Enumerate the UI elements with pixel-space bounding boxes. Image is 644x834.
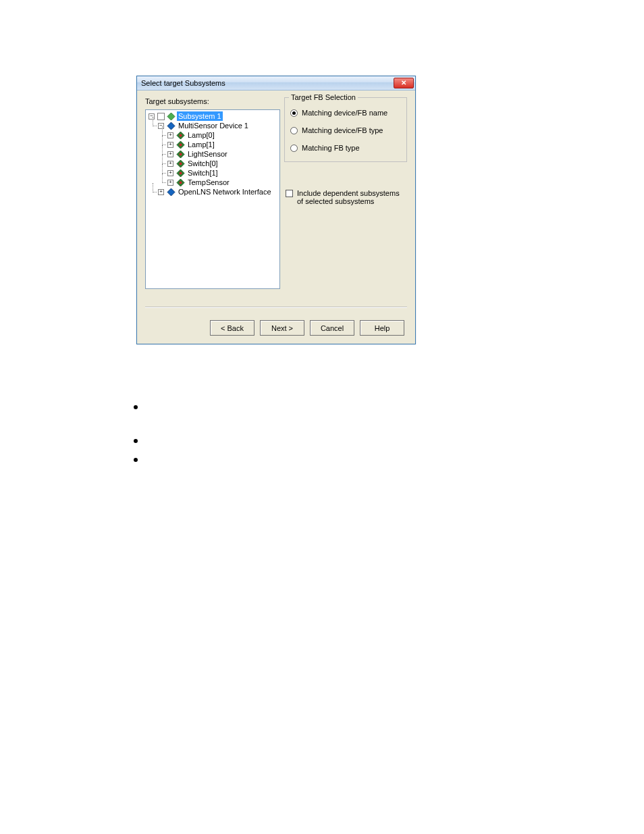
- fb-icon: [176, 131, 185, 140]
- help-button[interactable]: Help: [360, 320, 404, 336]
- titlebar[interactable]: Select target Subsystems ✕: [137, 76, 415, 90]
- tree-node-multisensor[interactable]: − MultiSensor Device 1: [158, 121, 279, 130]
- cancel-button[interactable]: Cancel: [310, 320, 354, 336]
- radio-label: Matching device/FB name: [302, 109, 387, 117]
- fb-icon: [176, 169, 185, 178]
- svg-point-7: [180, 153, 182, 155]
- subsystem-tree[interactable]: − Subsystem 1 −: [145, 109, 280, 289]
- expand-icon[interactable]: +: [167, 142, 173, 148]
- radio-matching-fb-type[interactable]: Matching FB type: [290, 144, 402, 152]
- collapse-icon[interactable]: −: [149, 113, 155, 120]
- groupbox-target-fb-selection: Target FB Selection Matching device/FB n…: [284, 97, 407, 162]
- tree-node-switch1[interactable]: + Switch[1]: [167, 168, 279, 178]
- expand-icon[interactable]: +: [167, 132, 173, 138]
- groupbox-legend: Target FB Selection: [289, 93, 358, 101]
- radio-matching-device-type[interactable]: Matching device/FB type: [290, 126, 402, 134]
- fb-icon: [176, 178, 185, 187]
- svg-point-5: [180, 143, 182, 146]
- tree-label: Switch[1]: [186, 168, 219, 178]
- svg-marker-14: [167, 188, 175, 196]
- next-button[interactable]: Next >: [260, 320, 304, 336]
- expand-icon[interactable]: +: [158, 189, 164, 195]
- expand-icon[interactable]: +: [167, 180, 173, 186]
- dialog-select-target-subsystems: Select target Subsystems ✕ Target subsys…: [136, 76, 416, 344]
- expand-icon[interactable]: +: [167, 170, 173, 176]
- checkbox-icon[interactable]: [286, 190, 293, 197]
- device-icon: [167, 188, 176, 197]
- expand-icon[interactable]: +: [167, 151, 173, 157]
- svg-marker-0: [167, 113, 175, 120]
- fb-icon: [176, 150, 185, 159]
- subsystem-icon: [167, 112, 176, 121]
- page-bullets: [134, 405, 138, 492]
- radio-label: Matching FB type: [302, 144, 360, 152]
- tree-label: TempSensor: [186, 178, 231, 187]
- svg-point-3: [180, 134, 182, 136]
- bullet-icon: [134, 439, 138, 443]
- tree-node-openlns[interactable]: + OpenLNS Network Interface: [158, 187, 279, 197]
- svg-point-11: [180, 172, 182, 174]
- label-target-subsystems: Target subsystems:: [145, 97, 209, 105]
- fb-icon: [176, 140, 185, 149]
- expand-icon[interactable]: +: [167, 161, 173, 167]
- tree-label: Switch[0]: [186, 159, 219, 168]
- radio-icon[interactable]: [290, 145, 298, 152]
- back-button[interactable]: < Back: [210, 320, 254, 336]
- bullet-icon: [134, 405, 138, 409]
- svg-marker-1: [167, 122, 175, 130]
- tree-node-switch0[interactable]: + Switch[0]: [167, 159, 279, 168]
- tree-node-lamp0[interactable]: + Lamp[0]: [167, 130, 279, 140]
- radio-matching-name[interactable]: Matching device/FB name: [290, 109, 402, 117]
- checkbox-label: Include dependent subsystems of selected…: [297, 189, 407, 205]
- tree-node-subsystem-1[interactable]: − Subsystem 1: [149, 111, 279, 121]
- tree-node-lightsensor[interactable]: + LightSensor: [167, 149, 279, 159]
- separator: [145, 307, 407, 308]
- close-icon[interactable]: ✕: [394, 78, 414, 88]
- bullet-icon: [134, 458, 138, 462]
- tree-label: OpenLNS Network Interface: [177, 187, 273, 197]
- tree-label: Lamp[0]: [186, 130, 216, 140]
- tree-label: LightSensor: [186, 149, 229, 159]
- tree-label: Subsystem 1: [177, 111, 223, 121]
- tree-label: MultiSensor Device 1: [177, 121, 250, 130]
- radio-icon[interactable]: [290, 109, 298, 117]
- radio-label: Matching device/FB type: [302, 126, 383, 134]
- device-icon: [167, 122, 176, 130]
- tree-node-tempsensor[interactable]: + TempSensor: [167, 178, 279, 187]
- dialog-title: Select target Subsystems: [141, 79, 225, 87]
- tree-checkbox[interactable]: [157, 113, 165, 120]
- collapse-icon[interactable]: −: [158, 123, 164, 129]
- fb-icon: [176, 159, 185, 168]
- svg-point-13: [180, 181, 182, 184]
- radio-icon[interactable]: [290, 127, 298, 134]
- checkbox-include-dependent[interactable]: Include dependent subsystems of selected…: [286, 189, 407, 205]
- tree-node-lamp1[interactable]: + Lamp[1]: [167, 140, 279, 149]
- tree-label: Lamp[1]: [186, 140, 216, 149]
- svg-point-9: [180, 162, 182, 165]
